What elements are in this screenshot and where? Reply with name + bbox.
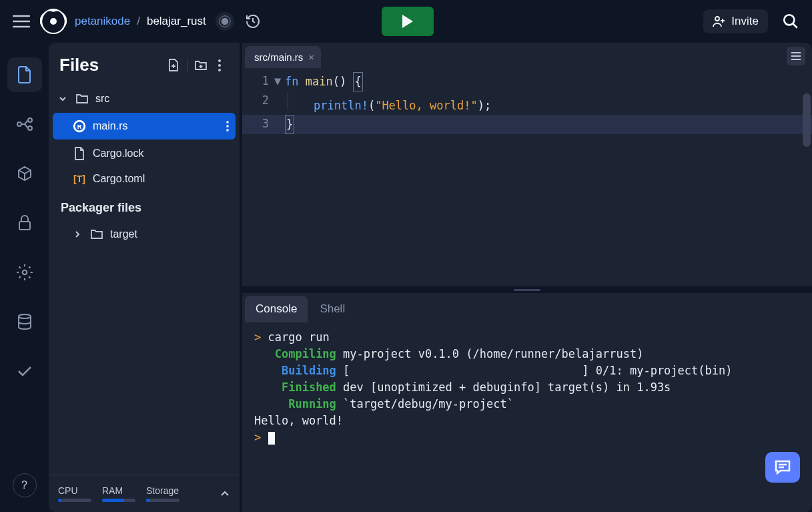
files-header: Files — [49, 55, 240, 86]
line-number: 2 — [242, 91, 274, 115]
line-number: 1 — [242, 72, 274, 91]
files-tool-icon[interactable] — [7, 57, 42, 92]
logo[interactable] — [40, 8, 67, 35]
console-tabs: Console Shell — [242, 293, 812, 322]
editor-tab[interactable]: src/main.rs × — [245, 46, 321, 68]
language-badge — [216, 12, 234, 31]
tab-shell[interactable]: Shell — [309, 296, 356, 322]
search-icon — [782, 13, 799, 30]
svg-point-8 — [17, 122, 21, 126]
code-editor[interactable]: 1 ▼ fn main() { 2 println!("Hello, world… — [242, 68, 812, 286]
svg-point-10 — [28, 126, 32, 130]
menu-button[interactable] — [8, 8, 35, 35]
folder-target[interactable]: target — [49, 222, 240, 247]
cpu-meter: CPU — [58, 485, 91, 502]
editor-tabbar: src/main.rs × — [242, 43, 812, 68]
folder-label: target — [110, 228, 137, 240]
invite-button[interactable]: Invite — [703, 9, 768, 33]
svg-point-20 — [226, 121, 229, 123]
svg-text:R: R — [77, 123, 82, 130]
svg-point-5 — [715, 17, 719, 21]
folder-label: src — [95, 93, 109, 105]
packager-section-title: Packager files — [49, 192, 240, 222]
chevron-right-icon — [71, 230, 83, 238]
svg-point-14 — [218, 59, 221, 62]
svg-marker-4 — [402, 15, 413, 28]
file-main-rs[interactable]: R main.rs — [53, 113, 236, 140]
people-plus-icon — [713, 15, 726, 27]
folder-src[interactable]: src — [49, 86, 240, 111]
toml-file-icon: [T] — [71, 174, 87, 184]
search-button[interactable] — [777, 8, 804, 35]
svg-point-3 — [222, 18, 229, 25]
resources-bar[interactable]: CPU RAM Storage — [49, 475, 240, 512]
svg-rect-11 — [19, 222, 30, 230]
tool-sidebar: ? — [0, 43, 49, 512]
storage-meter: Storage — [146, 485, 179, 502]
version-control-icon[interactable] — [7, 107, 42, 142]
tests-icon[interactable] — [7, 354, 42, 389]
file-cargo-lock[interactable]: Cargo.lock — [49, 141, 240, 166]
main: ? Files src R main.rs Cargo.lock — [0, 43, 812, 512]
breadcrumb-owner[interactable]: petanikode — [75, 15, 130, 28]
file-label: main.rs — [93, 120, 127, 132]
help-button[interactable]: ? — [13, 473, 37, 497]
header: petanikode / belajar_rust Invite — [0, 0, 812, 43]
svg-point-1 — [50, 18, 57, 25]
ram-meter: RAM — [102, 485, 135, 502]
invite-label: Invite — [731, 15, 759, 28]
fold-icon[interactable]: ▼ — [274, 72, 285, 91]
chat-button[interactable] — [765, 452, 800, 483]
file-label: Cargo.lock — [93, 148, 143, 160]
history-button[interactable] — [240, 8, 266, 35]
settings-icon[interactable] — [7, 255, 42, 290]
console-pane: Console Shell > cargo run Compiling my-p… — [242, 293, 812, 512]
new-folder-button[interactable] — [191, 59, 210, 71]
files-sidebar: Files src R main.rs Cargo.lock [T] — [49, 43, 240, 512]
svg-point-16 — [218, 69, 221, 71]
packages-icon[interactable] — [7, 156, 42, 191]
files-title: Files — [59, 55, 164, 75]
file-icon — [71, 147, 87, 160]
pane-resize-handle[interactable] — [242, 286, 812, 293]
files-more-button[interactable] — [210, 59, 229, 71]
svg-point-13 — [19, 314, 31, 318]
breadcrumb: petanikode / belajar_rust — [75, 15, 206, 28]
rust-file-icon: R — [71, 119, 87, 134]
folder-icon — [89, 228, 105, 240]
folder-icon — [74, 93, 90, 105]
editor-scrollbar[interactable] — [803, 93, 811, 147]
file-label: Cargo.toml — [93, 173, 145, 185]
workarea: src/main.rs × 1 ▼ fn main() { 2 println!… — [240, 43, 812, 512]
terminal[interactable]: > cargo run Compiling my-project v0.1.0 … — [245, 322, 809, 509]
chat-icon — [774, 459, 791, 475]
svg-line-7 — [793, 23, 797, 28]
svg-point-12 — [22, 270, 27, 275]
editor-view-toggle[interactable] — [787, 47, 805, 65]
svg-point-21 — [226, 125, 229, 127]
chevron-down-icon — [57, 95, 69, 103]
resources-expand-icon[interactable] — [220, 489, 230, 499]
svg-point-15 — [218, 64, 221, 67]
breadcrumb-separator: / — [137, 15, 140, 28]
editor-pane: src/main.rs × 1 ▼ fn main() { 2 println!… — [242, 43, 812, 286]
tab-console[interactable]: Console — [245, 296, 308, 322]
breadcrumb-project[interactable]: belajar_rust — [147, 15, 206, 28]
play-icon — [401, 14, 414, 29]
secrets-icon[interactable] — [7, 206, 42, 240]
database-icon[interactable] — [7, 304, 42, 339]
file-cargo-toml[interactable]: [T] Cargo.toml — [49, 166, 240, 192]
terminal-cursor — [268, 432, 275, 445]
file-more-icon[interactable] — [226, 121, 229, 132]
run-button[interactable] — [382, 7, 434, 36]
file-tree: src R main.rs Cargo.lock [T] Cargo.toml … — [49, 86, 240, 512]
close-icon[interactable]: × — [308, 51, 314, 63]
line-number: 3 — [242, 115, 274, 134]
svg-point-22 — [226, 129, 229, 132]
svg-point-9 — [28, 118, 32, 122]
new-file-button[interactable] — [164, 59, 183, 72]
svg-point-6 — [784, 15, 794, 25]
tab-label: src/main.rs — [254, 51, 303, 63]
